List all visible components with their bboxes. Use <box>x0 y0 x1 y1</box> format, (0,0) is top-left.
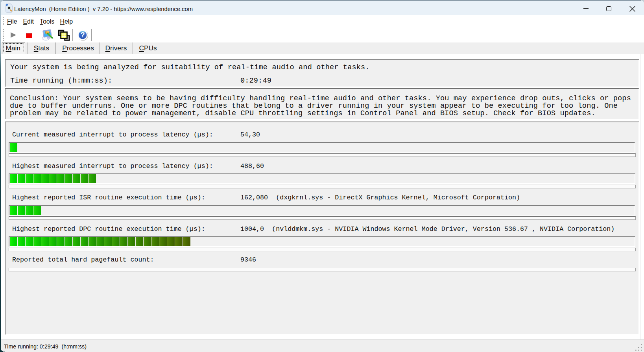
svg-text:?: ? <box>81 31 85 39</box>
